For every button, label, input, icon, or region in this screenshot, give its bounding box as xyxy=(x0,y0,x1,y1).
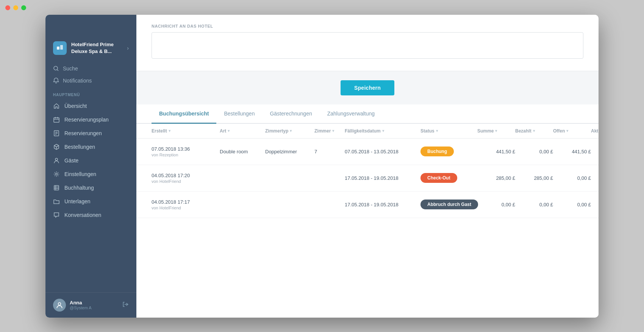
save-section: Speichern xyxy=(136,71,599,104)
sort-offen-icon: ▾ xyxy=(566,129,568,133)
search-icon xyxy=(53,65,59,72)
cell-summe-3: 0,00 £ xyxy=(477,202,515,207)
sort-zimmertyp-icon: ▾ xyxy=(290,129,292,133)
cell-offen-1: 441,50 £ xyxy=(553,149,591,154)
col-offen[interactable]: Offen ▾ xyxy=(553,128,591,134)
brand-button[interactable]: HotelFriend Prime Deluxe Spa & B... › xyxy=(45,37,136,62)
col-zimmer[interactable]: Zimmer ▾ xyxy=(314,128,345,134)
box-icon xyxy=(53,143,60,150)
sidebar-label-unterlagen: Unterlagen xyxy=(64,198,91,204)
table-row: 04.05.2018 17:17 von HotelFriend 17.05.2… xyxy=(136,192,599,218)
bell-icon xyxy=(53,78,59,84)
svg-point-21 xyxy=(58,302,61,305)
tab-zahlungsverwaltung[interactable]: Zahlungsverwaltung xyxy=(320,104,382,124)
sidebar-item-konversationen[interactable]: Konversationen xyxy=(45,208,136,222)
message-section: NACHRICHT AN DAS HOTEL xyxy=(136,15,599,71)
cell-bezahlt-2: 285,00 £ xyxy=(515,175,553,181)
sidebar-item-einstellungen[interactable]: Einstellungen xyxy=(45,167,136,181)
chat-icon xyxy=(53,212,60,218)
hauptmenu-label: HAUPTMENÜ xyxy=(45,87,136,99)
cell-status-1: Buchung xyxy=(420,147,477,156)
cell-status-3: Abbruch durch Gast xyxy=(420,200,477,209)
sort-summe-icon: ▾ xyxy=(495,129,497,133)
svg-rect-17 xyxy=(54,185,59,190)
user-info: Anna @System A xyxy=(70,300,118,310)
sidebar-search[interactable]: Suche xyxy=(45,62,136,75)
table-row: 04.05.2018 17:20 von HotelFriend 17.05.2… xyxy=(136,165,599,192)
notifications-label: Notifications xyxy=(63,78,92,84)
sidebar-notifications[interactable]: Notifications xyxy=(45,75,136,87)
cell-faellig-2: 17.05.2018 - 19.05.2018 xyxy=(345,175,420,181)
cell-actions-2[interactable] xyxy=(591,177,599,179)
brand-name: HotelFriend Prime Deluxe Spa & B... xyxy=(71,41,114,55)
sidebar-label-buchhaltung: Buchhaltung xyxy=(64,185,94,191)
user-handle: @System A xyxy=(70,306,118,310)
col-aktionen: Aktionen xyxy=(591,128,599,134)
search-label: Suche xyxy=(63,65,78,72)
person-icon xyxy=(53,157,60,164)
sidebar-label-gaeste: Gäste xyxy=(64,157,78,164)
cell-zimmer-1: 7 xyxy=(314,149,345,154)
cell-bezahlt-3: 0,00 £ xyxy=(515,202,553,207)
sort-bezahlt-icon: ▾ xyxy=(533,129,535,133)
user-name: Anna xyxy=(70,300,118,306)
save-button[interactable]: Speichern xyxy=(341,80,394,95)
table-row: 07.05.2018 13:36 von Rezeption Double ro… xyxy=(136,139,599,165)
calendar-icon xyxy=(53,116,60,123)
ledger-icon xyxy=(53,184,60,191)
sidebar-item-gaeste[interactable]: Gäste xyxy=(45,154,136,167)
sidebar-label-reservierungen: Reservierungen xyxy=(64,130,102,136)
svg-point-16 xyxy=(56,173,58,175)
sort-faellig-icon: ▾ xyxy=(382,129,384,133)
logout-icon[interactable] xyxy=(122,301,129,309)
col-summe[interactable]: Summe ▾ xyxy=(477,128,515,134)
sidebar-item-reservierungen[interactable]: Reservierungen xyxy=(45,126,136,140)
message-textarea[interactable] xyxy=(152,32,583,59)
message-label: NACHRICHT AN DAS HOTEL xyxy=(152,24,583,28)
sidebar-item-uebersicht[interactable]: Übersicht xyxy=(45,99,136,113)
cell-art-1: Double room xyxy=(220,149,265,154)
cell-date-1: 07.05.2018 13:36 von Rezeption xyxy=(152,146,220,157)
tabs-list: Buchungsübersicht Bestellungen Gästerech… xyxy=(152,104,583,123)
brand-icon xyxy=(53,41,67,55)
tab-gaesterechnungen[interactable]: Gästerechnungen xyxy=(262,104,319,124)
col-erstellt[interactable]: Erstellt ▾ xyxy=(152,128,220,134)
sidebar-label-bestellungen: Bestellungen xyxy=(64,144,95,150)
sidebar-item-bestellungen[interactable]: Bestellungen xyxy=(45,140,136,154)
col-art[interactable]: Art ▾ xyxy=(220,128,265,134)
cell-actions-1[interactable] xyxy=(591,151,599,153)
svg-rect-4 xyxy=(54,118,59,122)
cell-offen-3: 0,00 £ xyxy=(553,202,591,207)
cell-bezahlt-1: 0,00 £ xyxy=(515,149,553,154)
svg-rect-0 xyxy=(57,47,59,50)
col-status[interactable]: Status ▾ xyxy=(420,128,477,134)
brand-expand-icon: › xyxy=(127,45,129,51)
cell-offen-2: 0,00 £ xyxy=(553,175,591,181)
sort-status-icon: ▾ xyxy=(436,129,438,133)
tab-bestellungen[interactable]: Bestellungen xyxy=(216,104,262,124)
main-content: NACHRICHT AN DAS HOTEL Speichern Buchung… xyxy=(136,15,599,318)
col-faelligkeitsdatum[interactable]: Fälligkeitsdatum ▾ xyxy=(345,128,420,134)
sidebar-item-unterlagen[interactable]: Unterlagen xyxy=(45,195,136,208)
avatar xyxy=(53,299,66,312)
cell-zimmertyp-1: Doppelzimmer xyxy=(265,149,314,154)
cell-faellig-3: 17.05.2018 - 19.05.2018 xyxy=(345,202,420,207)
col-zimmertyp[interactable]: Zimmertyp ▾ xyxy=(265,128,314,134)
svg-line-14 xyxy=(56,145,59,147)
col-bezahlt[interactable]: Bezahlt ▾ xyxy=(515,128,553,134)
table-header: Erstellt ▾ Art ▾ Zimmertyp ▾ Zimmer ▾ xyxy=(136,124,599,139)
tab-buchungsuebersicht[interactable]: Buchungsübersicht xyxy=(152,104,216,124)
cell-status-2: Check-Out xyxy=(420,173,477,183)
sidebar: HotelFriend Prime Deluxe Spa & B... › Su… xyxy=(45,15,136,318)
svg-line-3 xyxy=(57,70,58,71)
sidebar-user: Anna @System A xyxy=(45,292,136,318)
svg-point-2 xyxy=(54,66,58,70)
cell-summe-1: 441,50 £ xyxy=(477,149,515,154)
sidebar-item-buchhaltung[interactable]: Buchhaltung xyxy=(45,181,136,195)
sidebar-label-reservierungsplan: Reservierungsplan xyxy=(64,117,109,123)
cell-date-2: 04.05.2018 17:20 von HotelFriend xyxy=(152,173,220,184)
status-badge-3: Abbruch durch Gast xyxy=(420,200,478,209)
cell-faellig-1: 07.05.2018 - 13.05.2018 xyxy=(345,149,420,154)
sidebar-item-reservierungsplan[interactable]: Reservierungsplan xyxy=(45,113,136,126)
tabs-section: Buchungsübersicht Bestellungen Gästerech… xyxy=(136,104,599,124)
